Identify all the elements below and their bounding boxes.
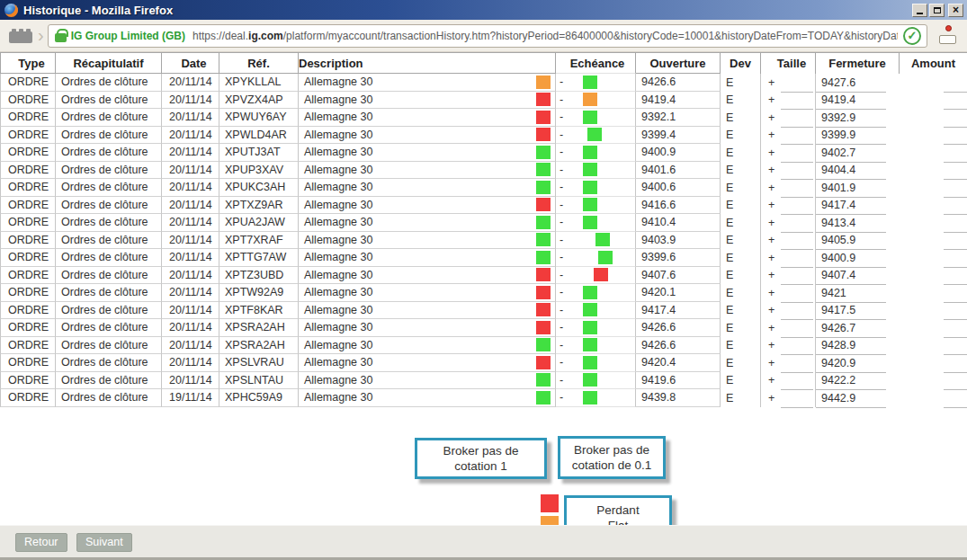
cell-echeance: - (556, 232, 636, 250)
cell-description: Allemagne 30 (299, 302, 556, 320)
status-square-close-red (594, 268, 608, 281)
cell-dev: E (721, 162, 761, 180)
download-notification-icon[interactable] (938, 24, 958, 48)
cell-ouverture: 9420.4 (636, 354, 721, 372)
cell-taille: + (761, 109, 816, 127)
cell-type: ORDRE (0, 389, 56, 407)
status-square-open-green (536, 163, 551, 176)
cell-type: ORDRE (0, 214, 56, 232)
callout-line: cotation de 0.1 (572, 458, 652, 473)
page-brick-icon[interactable] (9, 31, 32, 43)
cell-fermeture: 9417.4 (816, 197, 900, 215)
cell-taille: + (761, 197, 816, 215)
cell-taille: + (761, 74, 816, 92)
cell-ref: XPTF8KAR (219, 302, 299, 320)
cell-dev: E (721, 267, 761, 285)
cell-description: Allemagne 30 (299, 232, 556, 250)
cell-ouverture: 9407.6 (636, 267, 721, 285)
cell-fermeture: 9404.4 (816, 162, 900, 180)
cell-echeance: - (556, 74, 636, 92)
cell-ouverture: 9400.6 (636, 179, 721, 197)
cell-description: Allemagne 30 (299, 249, 556, 267)
cell-fermeture: 9426.7 (816, 319, 900, 337)
echeance-separator: - (560, 181, 569, 193)
status-square-close-green (587, 128, 602, 141)
description-text: Allemagne 30 (304, 111, 372, 123)
cell-type: ORDRE (0, 319, 56, 337)
cell-description: Allemagne 30 (299, 267, 556, 285)
cell-fermeture: 9442.9 (816, 389, 900, 407)
cell-type: ORDRE (0, 144, 56, 162)
cell-type: ORDRE (0, 127, 56, 145)
cell-taille: + (761, 249, 816, 267)
status-square-open-green (536, 338, 551, 351)
minimize-button[interactable] (912, 4, 927, 17)
callout-line: cotation 1 (454, 458, 507, 474)
table-body: ORDREOrdres de clôture20/11/14XPYKLLALAl… (0, 74, 967, 407)
cell-description: Allemagne 30 (299, 214, 556, 232)
table-row: ORDREOrdres de clôture20/11/14XPWLD4ARAl… (0, 127, 967, 145)
cell-echeance: - (556, 144, 636, 162)
next-button[interactable]: Suivant (76, 533, 132, 552)
cell-taille: + (761, 284, 816, 302)
cell-ouverture: 9399.6 (636, 249, 721, 267)
cell-type: ORDRE (0, 179, 56, 197)
cell-fermeture: 9400.9 (816, 249, 900, 267)
echeance-separator: - (560, 304, 569, 316)
cell-amount (900, 232, 967, 250)
echeance-separator: - (560, 76, 569, 88)
title-bar: Historique - Mozilla Firefox × (0, 0, 967, 20)
site-identity-label[interactable]: IG Group Limited (GB) (71, 30, 185, 42)
browser-window: Historique - Mozilla Firefox × › IG Grou… (0, 0, 967, 560)
status-square-open-green (536, 181, 551, 194)
cell-echeance: - (556, 284, 636, 302)
table-row: ORDREOrdres de clôture20/11/14XPT7XRAFAl… (0, 232, 967, 250)
table-row: ORDREOrdres de clôture20/11/14XPTTG7AWAl… (0, 249, 967, 267)
status-square-close-green (598, 251, 613, 264)
table-row: ORDREOrdres de clôture20/11/14XPVZX4APAl… (0, 92, 967, 110)
cell-dev: E (721, 214, 761, 232)
cell-ref: XPTZ3UBD (219, 267, 299, 285)
cell-amount (900, 284, 967, 302)
status-square-open-red (536, 268, 551, 281)
back-button[interactable]: Retour (15, 533, 67, 552)
cell-taille: + (761, 214, 816, 232)
cell-ref: XPUP3XAV (219, 162, 299, 180)
echeance-separator: - (560, 251, 569, 263)
echeance-separator: - (560, 111, 569, 123)
verified-check-icon[interactable]: ✓ (903, 27, 921, 45)
cell-ouverture: 9399.4 (636, 127, 721, 145)
address-bar[interactable]: IG Group Limited (GB) https://deal.ig.co… (48, 24, 927, 48)
cell-dev: E (721, 389, 761, 407)
callout-line: Broker pas de (574, 442, 649, 458)
cell-ref: XPWUY6AY (219, 109, 299, 127)
column-header-echeance: Echéance (556, 52, 636, 74)
table-row: ORDREOrdres de clôture20/11/14XPSLVRAUAl… (0, 354, 967, 372)
cell-description: Allemagne 30 (299, 372, 556, 390)
status-square-close-green (583, 181, 597, 194)
cell-ref: XPWLD4AR (219, 127, 299, 145)
url-text[interactable]: https://deal.ig.com/platform/myaccount/t… (193, 30, 898, 42)
table-row: ORDREOrdres de clôture20/11/14XPUP3XAVAl… (0, 162, 967, 180)
cell-taille: + (761, 232, 816, 250)
cell-amount (900, 267, 967, 285)
cell-ref: XPSRA2AH (219, 319, 299, 337)
callout-no-quote-1: Broker pas de cotation 1 (415, 438, 547, 479)
transaction-history-table: TypeRécapitulatifDateRéf.DescriptionEché… (0, 52, 967, 407)
cell-ouverture: 9410.4 (636, 214, 721, 232)
cell-description: Allemagne 30 (299, 179, 556, 197)
cell-amount (900, 127, 967, 145)
cell-recapitulatif: Ordres de clôture (56, 197, 162, 215)
cell-recapitulatif: Ordres de clôture (56, 144, 162, 162)
description-text: Allemagne 30 (304, 269, 372, 281)
cell-recapitulatif: Ordres de clôture (56, 109, 162, 127)
legend-red-swatch (541, 494, 559, 512)
maximize-button[interactable] (929, 4, 945, 17)
cell-taille: + (761, 179, 816, 197)
close-button[interactable]: × (948, 4, 963, 17)
cell-amount (900, 372, 967, 390)
chevron-right-icon: › (38, 26, 44, 44)
status-square-close-green (583, 198, 597, 211)
cell-date: 20/11/14 (162, 144, 219, 162)
description-text: Allemagne 30 (304, 286, 372, 298)
